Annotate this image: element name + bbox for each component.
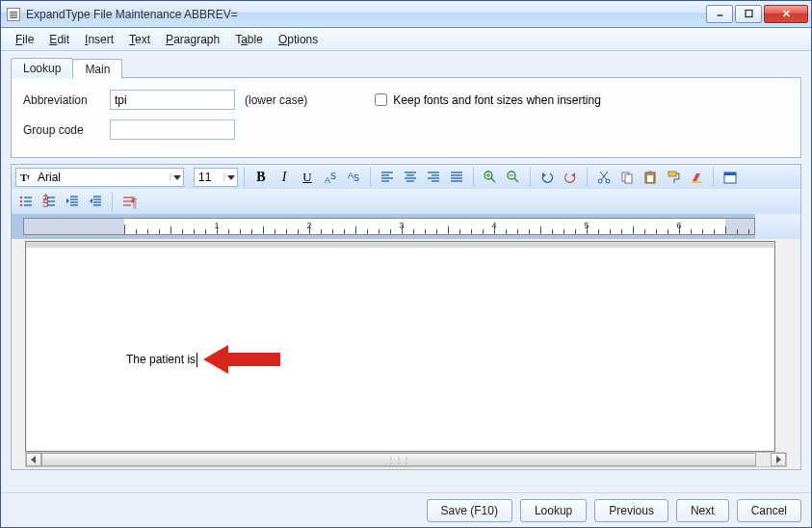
svg-rect-38 xyxy=(647,175,653,182)
align-left-button[interactable] xyxy=(377,167,398,188)
tab-lookup[interactable]: Lookup xyxy=(11,58,73,78)
chevron-down-icon[interactable] xyxy=(170,173,183,181)
window-title: ExpandType File Maintenance ABBREV= xyxy=(26,8,238,21)
chevron-down-icon[interactable] xyxy=(223,173,237,181)
svg-line-27 xyxy=(514,178,518,182)
app-window: ExpandType File Maintenance ABBREV= File… xyxy=(0,0,812,528)
next-button[interactable]: Next xyxy=(676,499,729,522)
svg-rect-40 xyxy=(668,172,676,176)
toolbar: Tr Arial 11 B I U As As xyxy=(11,164,801,470)
bold-button[interactable]: B xyxy=(250,167,272,188)
font-glyph-icon: Tr xyxy=(16,172,34,183)
copy-button[interactable] xyxy=(616,167,638,188)
svg-marker-63 xyxy=(66,198,69,203)
paste-button[interactable] xyxy=(640,167,661,188)
svg-rect-44 xyxy=(724,172,736,175)
svg-marker-30 xyxy=(571,172,575,177)
groupcode-label: Group code xyxy=(23,123,100,137)
menu-paragraph[interactable]: Paragraph xyxy=(159,30,226,49)
tab-main[interactable]: Main xyxy=(72,59,122,79)
bullet-list-button[interactable] xyxy=(15,191,37,212)
tab-strip: Lookup Main xyxy=(11,57,801,78)
keepfonts-label: Keep fonts and font sizes when inserting xyxy=(393,93,600,107)
subscript-button[interactable]: As xyxy=(343,167,364,188)
maximize-button[interactable] xyxy=(735,5,762,23)
abbreviation-input[interactable] xyxy=(110,90,235,110)
calendar-button[interactable] xyxy=(720,167,741,188)
font-family-select[interactable]: Tr Arial xyxy=(15,168,184,187)
scroll-thumb[interactable]: ⋮⋮⋮ xyxy=(41,453,756,466)
groupcode-input[interactable] xyxy=(110,119,235,140)
text-cursor xyxy=(196,353,197,367)
editor-area[interactable]: The patient is ⋮⋮⋮ xyxy=(11,239,801,470)
svg-marker-29 xyxy=(542,172,546,177)
align-justify-button[interactable] xyxy=(446,167,467,188)
redo-button[interactable] xyxy=(560,167,581,188)
italic-button[interactable]: I xyxy=(274,167,295,188)
paragraph-mark-button[interactable]: ¶ xyxy=(118,191,140,212)
superscript-button[interactable]: As xyxy=(320,167,341,188)
menubar: File Edit Insert Text Paragraph Table Op… xyxy=(1,28,811,51)
close-button[interactable] xyxy=(764,5,808,23)
menu-insert[interactable]: Insert xyxy=(78,30,120,49)
svg-point-48 xyxy=(20,200,23,203)
svg-point-49 xyxy=(20,204,23,207)
menu-table[interactable]: Table xyxy=(228,30,270,49)
menu-text[interactable]: Text xyxy=(122,30,157,49)
underline-button[interactable]: U xyxy=(297,167,318,188)
svg-marker-41 xyxy=(693,173,700,181)
menu-options[interactable]: Options xyxy=(272,30,325,49)
keepfonts-checkbox[interactable] xyxy=(375,93,387,106)
undo-button[interactable] xyxy=(537,167,558,188)
abbreviation-hint: (lower case) xyxy=(245,93,307,107)
svg-rect-42 xyxy=(692,181,701,183)
save-button[interactable]: Save (F10) xyxy=(427,499,512,522)
annotation-arrow-icon xyxy=(203,343,280,376)
svg-marker-68 xyxy=(90,198,92,203)
align-center-button[interactable] xyxy=(400,167,421,188)
svg-marker-75 xyxy=(776,456,781,463)
main-panel: Abbreviation (lower case) Keep fonts and… xyxy=(11,77,801,158)
indent-button[interactable] xyxy=(85,191,106,212)
minimize-button[interactable] xyxy=(706,5,733,23)
zoom-out-button[interactable] xyxy=(503,167,524,188)
cut-button[interactable] xyxy=(593,167,615,188)
lookup-button[interactable]: Lookup xyxy=(520,499,587,522)
svg-text:¶: ¶ xyxy=(131,197,137,209)
footer: Save (F10) Lookup Previous Next Cancel xyxy=(1,492,811,527)
number-list-button[interactable]: 123 xyxy=(39,191,60,212)
page[interactable]: The patient is xyxy=(25,241,775,452)
outdent-button[interactable] xyxy=(62,191,83,212)
scroll-right-button[interactable] xyxy=(771,453,786,466)
cancel-button[interactable]: Cancel xyxy=(737,499,801,522)
menu-file[interactable]: File xyxy=(9,30,40,49)
menu-edit[interactable]: Edit xyxy=(42,30,76,49)
align-right-button[interactable] xyxy=(423,167,444,188)
font-size-select[interactable]: 11 xyxy=(194,168,238,187)
highlight-button[interactable] xyxy=(686,167,707,188)
scroll-track[interactable]: ⋮⋮⋮ xyxy=(41,453,771,466)
scroll-left-button[interactable] xyxy=(26,453,41,466)
svg-marker-5 xyxy=(227,175,235,180)
zoom-in-button[interactable] xyxy=(480,167,501,188)
svg-text:3: 3 xyxy=(42,197,49,209)
svg-rect-39 xyxy=(648,171,652,173)
horizontal-scrollbar[interactable]: ⋮⋮⋮ xyxy=(25,452,787,467)
font-name: Arial xyxy=(34,171,170,184)
previous-button[interactable]: Previous xyxy=(594,499,668,522)
svg-marker-4 xyxy=(173,175,181,180)
app-icon xyxy=(7,8,20,21)
svg-line-23 xyxy=(491,178,495,182)
svg-marker-73 xyxy=(203,345,280,374)
font-size: 11 xyxy=(195,171,223,184)
svg-line-33 xyxy=(601,172,608,180)
svg-rect-36 xyxy=(625,174,632,183)
ruler[interactable]: 1234567 xyxy=(11,214,801,239)
svg-rect-1 xyxy=(746,11,752,17)
editor-text: The patient is xyxy=(126,353,196,366)
svg-marker-74 xyxy=(31,456,36,463)
titlebar[interactable]: ExpandType File Maintenance ABBREV= xyxy=(1,1,811,28)
svg-line-34 xyxy=(600,172,607,180)
format-paint-button[interactable] xyxy=(663,167,684,188)
svg-point-47 xyxy=(20,197,23,199)
